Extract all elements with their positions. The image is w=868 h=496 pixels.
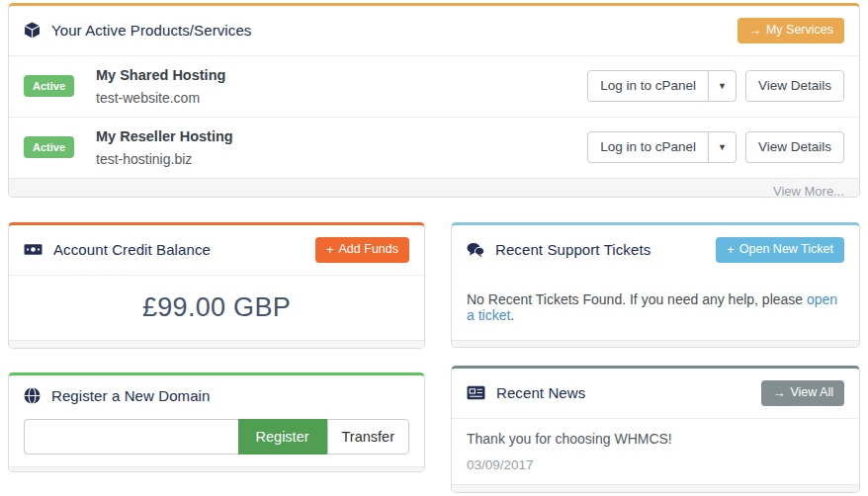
caret-down-icon: ▼: [718, 81, 727, 91]
view-all-label: View All: [790, 385, 833, 401]
open-new-ticket-button[interactable]: + Open New Ticket: [716, 237, 844, 263]
tickets-title: Recent Support Tickets: [495, 241, 651, 258]
products-title: Your Active Products/Services: [51, 22, 251, 39]
news-item[interactable]: Thank you for choosing WHMCS! 03/09/2017: [452, 419, 859, 484]
product-info: My Reseller Hosting test-hostinig.biz: [96, 128, 233, 167]
panel-recent-news: Recent News → View All Thank you for cho…: [451, 366, 860, 493]
view-more-link[interactable]: View More...: [773, 184, 844, 198]
client-area-dashboard: Your Active Products/Services → My Servi…: [0, 0, 868, 496]
credit-title: Account Credit Balance: [53, 241, 211, 258]
domain-input-group: Register Transfer: [24, 419, 409, 455]
product-name: My Shared Hosting: [96, 67, 225, 83]
credit-footer: [9, 340, 424, 349]
product-domain: test-hostinig.biz: [96, 151, 233, 167]
panel-account-credit: Account Credit Balance + Add Funds £99.0…: [8, 222, 425, 349]
login-cpanel-button[interactable]: Log in to cPanel: [587, 70, 709, 102]
product-row-actions: Log in to cPanel ▼ View Details: [587, 131, 844, 163]
newspaper-icon: [467, 385, 485, 400]
tickets-footer: [452, 340, 859, 348]
open-new-ticket-label: Open New Ticket: [739, 242, 833, 258]
cpanel-dropdown-toggle[interactable]: ▼: [708, 70, 737, 102]
product-name: My Reseller Hosting: [96, 128, 233, 144]
domain-footer: [9, 466, 424, 472]
view-all-button[interactable]: → View All: [761, 380, 844, 406]
transfer-button[interactable]: Transfer: [327, 419, 409, 455]
products-footer: View More...: [9, 178, 859, 198]
product-row-actions: Log in to cPanel ▼ View Details: [587, 70, 844, 102]
product-row-shared-hosting[interactable]: Active My Shared Hosting test-website.co…: [9, 55, 859, 117]
box-icon: [24, 22, 41, 39]
comments-icon: [467, 242, 484, 258]
panel-support-tickets: Recent Support Tickets + Open New Ticket…: [451, 222, 860, 348]
news-item-date: 03/09/2017: [467, 457, 844, 472]
tickets-header: Recent Support Tickets + Open New Ticket: [452, 225, 859, 275]
view-details-button[interactable]: View Details: [745, 131, 844, 163]
cpanel-dropdown-toggle[interactable]: ▼: [708, 131, 737, 163]
news-header: Recent News → View All: [452, 369, 859, 419]
money-bill-icon: [24, 242, 43, 257]
panel-active-products: Your Active Products/Services → My Servi…: [8, 3, 860, 198]
product-info: My Shared Hosting test-website.com: [96, 67, 225, 106]
domain-search-input[interactable]: [24, 419, 238, 455]
arrow-right-icon: →: [748, 24, 761, 37]
tickets-empty-text: No Recent Tickets Found. If you need any…: [467, 291, 807, 307]
status-badge: Active: [24, 75, 74, 97]
domain-search-area: Register Transfer: [9, 416, 424, 466]
domain-title: Register a New Domain: [51, 387, 211, 404]
caret-down-icon: ▼: [718, 142, 727, 152]
cpanel-split-button: Log in to cPanel ▼: [587, 131, 737, 163]
tickets-empty-suffix: .: [510, 307, 514, 323]
credit-balance-amount: £99.00 GBP: [9, 275, 424, 340]
login-cpanel-button[interactable]: Log in to cPanel: [587, 131, 709, 163]
tickets-empty-message: No Recent Tickets Found. If you need any…: [452, 275, 859, 340]
news-item-title: Thank you for choosing WHMCS!: [467, 431, 844, 447]
status-badge: Active: [24, 136, 74, 158]
cpanel-split-button: Log in to cPanel ▼: [587, 70, 737, 102]
news-title: Recent News: [496, 384, 585, 401]
globe-icon: [24, 387, 41, 404]
my-services-button[interactable]: → My Services: [738, 18, 844, 43]
add-funds-button[interactable]: + Add Funds: [315, 237, 409, 263]
product-domain: test-website.com: [96, 90, 225, 106]
domain-header: Register a New Domain: [9, 375, 424, 416]
credit-header: Account Credit Balance + Add Funds: [9, 225, 424, 275]
panel-register-domain: Register a New Domain Register Transfer: [8, 372, 425, 472]
product-row-reseller-hosting[interactable]: Active My Reseller Hosting test-hostinig…: [9, 117, 859, 178]
plus-icon: +: [727, 243, 735, 256]
plus-icon: +: [326, 243, 334, 256]
view-details-button[interactable]: View Details: [745, 70, 844, 102]
arrow-right-icon: →: [772, 386, 785, 399]
products-header: Your Active Products/Services → My Servi…: [9, 6, 859, 55]
news-footer: [452, 484, 859, 493]
register-button[interactable]: Register: [238, 419, 327, 455]
add-funds-label: Add Funds: [339, 242, 398, 258]
my-services-label: My Services: [766, 23, 833, 39]
